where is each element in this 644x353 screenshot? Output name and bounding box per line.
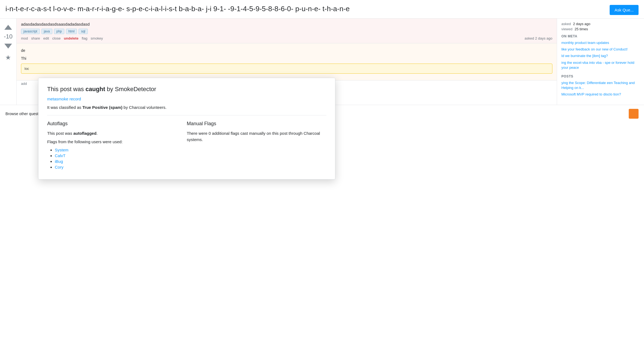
classified-bold: True Positive (spam)	[82, 105, 122, 110]
popup-title-prefix: This post was	[47, 86, 86, 92]
metasmoke-record-link[interactable]: metasmoke record	[47, 97, 81, 101]
popup-title: This post was caught by SmokeDetector	[47, 86, 326, 93]
popup-title-suffix: by SmokeDetector	[105, 86, 156, 92]
autoflags-section: Autoflags This post was autoflagged. Fla…	[47, 121, 187, 122]
classified-prefix: It was classified as	[47, 105, 82, 110]
popup-classified: It was classified as True Positive (spam…	[47, 105, 326, 110]
popup-flags-grid: Autoflags This post was autoflagged. Fla…	[47, 121, 326, 122]
popup-divider	[47, 115, 326, 115]
manual-flags-title: Manual Flags	[187, 121, 326, 122]
popup-title-bold: caught	[86, 86, 105, 92]
classified-suffix: by Charcoal volunteers.	[122, 105, 167, 110]
smokedetector-popup: This post was caught by SmokeDetector me…	[38, 78, 335, 122]
manual-flags-section: Manual Flags There were 0 additional fla…	[187, 121, 326, 122]
popup-overlay: This post was caught by SmokeDetector me…	[0, 0, 644, 122]
autoflags-title: Autoflags	[47, 121, 187, 122]
